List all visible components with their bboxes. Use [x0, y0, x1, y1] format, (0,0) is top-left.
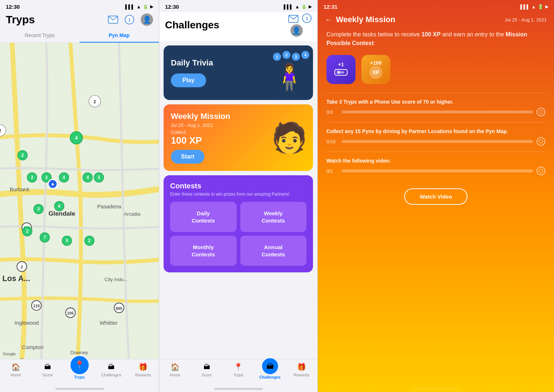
svg-text:605: 605 — [116, 306, 123, 311]
task-1-progress-label: 0/3 — [326, 109, 338, 115]
contests-subtitle: Enter these contests to win prizes from … — [170, 192, 306, 197]
wifi-icon-1: ▲ — [136, 4, 141, 9]
wifi-icon-3: ▲ — [531, 4, 536, 9]
location-icon-3: ▶ — [545, 4, 548, 9]
nav-challenges-label-2: Challenges — [259, 375, 281, 379]
cluster-2d[interactable]: 2 — [84, 236, 95, 246]
status-icons-1: ▌▌▌ ▲ 🔋 ▶ — [125, 4, 153, 9]
task-2-title: Collect any 15 Pyns by driving by Partne… — [326, 128, 545, 134]
cluster-2c[interactable]: 2 — [22, 226, 32, 236]
daily-contests-btn[interactable]: DailyContests — [170, 202, 237, 232]
annual-contests-btn[interactable]: AnnualContests — [240, 236, 307, 266]
nav-rewards-2[interactable]: 🎁 Rewards — [286, 362, 317, 379]
task-1-progress-bar-bg — [342, 111, 533, 113]
score-icon-2: 🏔 — [202, 362, 212, 372]
wifi-icon-2: ▲ — [295, 4, 300, 9]
signal-icon-3: ▌▌▌ — [521, 4, 530, 9]
nav-score-1[interactable]: 🏔 Score — [32, 362, 63, 379]
location-badge-wrapper-2[interactable]: 1 — [302, 13, 312, 23]
panel3-scroll[interactable]: Complete the tasks below to receive 100 … — [318, 24, 554, 387]
svg-text:2: 2 — [21, 265, 23, 269]
cluster-3c[interactable]: 3 — [33, 204, 44, 214]
battery-icon-1: 🔋 — [143, 4, 148, 9]
task-2-progress-circle — [537, 137, 545, 146]
svg-rect-39 — [338, 71, 344, 73]
challenges-scroll[interactable]: Daily Trivia Play 1 2 3 4 🧍‍♀️ Weekly Mi… — [159, 41, 317, 359]
nav-challenges-1[interactable]: 🏔 Challenges — [95, 362, 127, 379]
challenges-circle-icon-2: 🏔 — [261, 357, 279, 375]
task-1: Take 3 Tryps with a Phone Use score of 7… — [326, 93, 545, 122]
location-icon-2: ▶ — [309, 4, 312, 9]
svg-text:Compton: Compton — [22, 344, 44, 350]
weekly-contests-btn[interactable]: WeeklyContests — [240, 202, 307, 232]
nav-tryps-2[interactable]: 📍 Tryps — [222, 362, 254, 379]
contests-title: Contests — [170, 182, 306, 190]
top-bar-1: Tryps 1 👤 — [0, 12, 159, 29]
reward-xp-badge: +100 XP — [361, 55, 390, 84]
svg-text:Los A...: Los A... — [3, 274, 30, 283]
rewards-icon-1: 🎁 — [138, 362, 148, 372]
home-icon-1: 🏠 — [11, 362, 21, 372]
nav-home-label-2: Home — [170, 373, 180, 377]
challenges-icon-1: 🏔 — [107, 362, 116, 372]
svg-text:2: 2 — [93, 99, 96, 104]
nav-score-2[interactable]: 🏔 Score — [191, 362, 222, 379]
svg-text:Burbank: Burbank — [10, 187, 30, 192]
reward-ticket-badge: +1 — [326, 55, 356, 84]
svg-text:Pasadena: Pasadena — [97, 204, 121, 209]
nav-home-1[interactable]: 🏠 Home — [0, 362, 32, 379]
map-view[interactable]: 2 2 Burbank Glendale Pasadena Arcadia Lo… — [0, 43, 159, 359]
bubble-3: 3 — [292, 53, 300, 61]
svg-text:110: 110 — [33, 304, 40, 308]
rewards-row: +1 +100 XP — [326, 55, 545, 84]
mail-icon-wrapper-2[interactable] — [288, 15, 298, 23]
nav-rewards-1[interactable]: 🎁 Rewards — [127, 362, 159, 379]
cluster-4d[interactable]: 4 — [54, 201, 64, 211]
reward-xp-plus: +100 — [370, 60, 382, 66]
nav-score-label-1: Score — [43, 373, 53, 377]
task-3-progress-row: 0/1 — [326, 167, 545, 175]
svg-text:Downey: Downey — [71, 350, 88, 355]
task-1-title: Take 3 Tryps with a Phone Use score of 7… — [326, 99, 545, 105]
mail-icon-wrapper-1[interactable] — [108, 16, 118, 24]
nav-tryps-1[interactable]: 📍 Tryps — [64, 362, 95, 379]
circle-icon-1 — [539, 110, 543, 114]
task-1-progress-row: 0/3 — [326, 108, 545, 116]
back-button[interactable]: ← — [325, 16, 332, 24]
start-button[interactable]: Start — [171, 150, 204, 164]
location-badge-icon-1: 1 — [125, 15, 134, 24]
status-bar-3: 12:31 ▌▌▌ ▲ 🔋 ▶ — [318, 0, 554, 12]
task-1-progress-circle — [537, 108, 545, 116]
mission-detail-title: Weekly Mission — [336, 15, 395, 24]
cluster-3b[interactable]: 3 — [94, 172, 104, 183]
svg-point-40 — [539, 110, 543, 114]
status-bar-2: 12:30 ▌▌▌ ▲ 🔋 ▶ — [159, 0, 317, 12]
header-icons-2: 1 👤 — [288, 13, 312, 37]
time-3: 12:31 — [324, 4, 337, 10]
play-button[interactable]: Play — [171, 73, 206, 87]
bubble-4: 4 — [301, 51, 309, 59]
home-indicator-2 — [214, 388, 263, 390]
tryps-icon-2: 📍 — [234, 362, 243, 372]
home-indicator-3 — [412, 388, 460, 390]
mission-title: Weekly Mission — [171, 112, 230, 121]
nav-score-label-2: Score — [201, 373, 212, 377]
tab-recent-tryps[interactable]: Recent Tryps — [0, 29, 80, 43]
nav-challenges-2[interactable]: 🏔 Challenges — [254, 362, 286, 379]
avatar-2[interactable]: 👤 — [290, 24, 303, 37]
signal-icon-1: ▌▌▌ — [125, 4, 135, 9]
avatar-1[interactable]: 👤 — [141, 13, 153, 26]
mission-date: Jul 25 - Aug 1, 2021 — [171, 123, 230, 128]
tabs-1: Recent Tryps Pyn Map — [0, 29, 159, 43]
mission-detail-date: Jul 25 - Aug 1, 2021 — [505, 17, 547, 23]
cluster-4b[interactable]: 4 — [59, 172, 69, 183]
task-2: Collect any 15 Pyns by driving by Partne… — [326, 122, 545, 152]
panel-mission-detail: 12:31 ▌▌▌ ▲ 🔋 ▶ ← Weekly Mission Jul 25 … — [318, 0, 554, 392]
nav-home-2[interactable]: 🏠 Home — [159, 362, 191, 379]
tab-pyn-map[interactable]: Pyn Map — [80, 29, 159, 43]
nav-rewards-label-2: Rewards — [294, 373, 309, 377]
svg-text:105: 105 — [67, 311, 74, 315]
watch-video-button[interactable]: Watch Video — [404, 188, 467, 205]
location-badge-wrapper-1[interactable]: 1 — [125, 15, 134, 24]
monthly-contests-btn[interactable]: MonthlyContests — [170, 236, 237, 266]
